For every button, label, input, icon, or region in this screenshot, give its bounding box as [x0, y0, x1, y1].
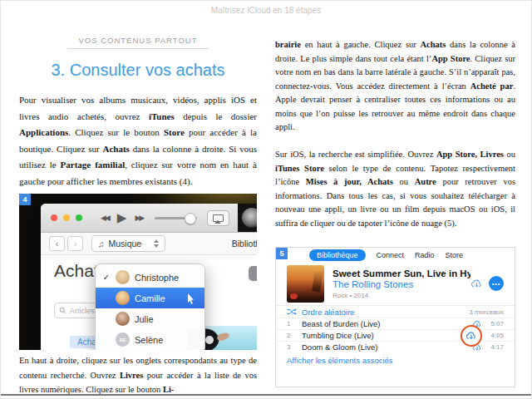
album-header: Sweet Summer Sun, Live in Hy... The Roll… [276, 262, 515, 305]
dropdown-item-camille[interactable]: Camille [96, 288, 204, 308]
avatar: SE [116, 332, 130, 347]
shuffle-icon [287, 308, 297, 316]
paragraph: brairie en haut à gauche. Cliquez sur Ac… [275, 38, 515, 149]
chapter-title: 3. Consulter vos achats [19, 61, 257, 80]
figure-itunes-screenshot: 4 ◀◀ ▶ ▶▶ [19, 194, 257, 350]
banner-shirt [205, 336, 214, 344]
section-kicker: VOS CONTENUS PARTOUT [19, 36, 257, 45]
dropdown-item-label: Camille [135, 293, 165, 303]
album-artwork [287, 265, 324, 303]
dropdown-item-label: Christophe [135, 273, 179, 283]
transport-controls: ◀◀ ▶ ▶▶ [101, 210, 143, 225]
forward-button[interactable]: › [67, 236, 83, 251]
tab-bibliotheque[interactable]: Bibliothèque [309, 249, 366, 261]
avatar [116, 312, 130, 326]
library-tab[interactable]: Bibliothè [232, 239, 257, 249]
track-duration: 4:05 [487, 332, 504, 339]
paragraph: En haut à droite, cliquez sur les onglet… [19, 353, 257, 397]
track-duration: 5:07 [487, 320, 504, 328]
checkmark-icon: ✓ [102, 273, 111, 282]
dropdown-item-selene[interactable]: SE Selène [96, 329, 204, 350]
more-button[interactable]: ••• [489, 276, 504, 291]
airplay-triangle-icon [214, 220, 221, 224]
left-column: VOS CONTENUS PARTOUT 3. Consulter vos ac… [19, 1, 257, 399]
avatar [116, 291, 130, 305]
fast-forward-icon[interactable]: ▶▶ [135, 214, 143, 222]
album-artist-link[interactable]: The Rolling Stones [332, 279, 470, 289]
mouse-cursor-icon [188, 293, 197, 304]
play-icon[interactable]: ▶ [117, 210, 127, 225]
figure-ios-music-screenshot: 5 Bibliothèque Connect Radio Store Sweet… [275, 247, 515, 387]
dropdown-item-julie[interactable]: Julie [96, 308, 204, 329]
media-kind-selector[interactable]: ♫ Musique [91, 235, 165, 252]
annotation-circle [461, 325, 482, 347]
minimize-window-icon[interactable] [63, 214, 70, 221]
store-tabbar: Bibliothèque Connect Radio Store [276, 248, 515, 262]
cloud-download-icon[interactable] [470, 278, 483, 289]
volume-knob[interactable] [185, 213, 196, 224]
window-bottom-edge [1, 394, 531, 396]
track-number: 3 [287, 343, 298, 351]
shuffle-label: Ordre aléatoire [302, 308, 354, 317]
itunes-navbar: ‹ › ♫ Musique Bibliothè [41, 233, 257, 255]
track-count: 3 morceaux [469, 308, 504, 316]
dropdown-item-christophe[interactable]: ✓ Christophe [96, 267, 204, 288]
track-number: 1 [287, 320, 298, 328]
track-row: 2 Tumbling Dice (Live) 4:05 [276, 329, 515, 341]
album-meta: Rock • 2014 [332, 292, 470, 299]
zoom-window-icon[interactable] [76, 214, 82, 221]
stepper-icon [154, 239, 159, 248]
album-info: Sweet Summer Sun, Live in Hy... The Roll… [324, 268, 470, 299]
shuffle-row[interactable]: Ordre aléatoire 3 morceaux [276, 305, 515, 318]
volume-slider[interactable] [155, 217, 197, 219]
account-button[interactable] [249, 266, 257, 281]
itunes-titlebar: ◀◀ ▶ ▶▶ [41, 204, 257, 233]
now-playing-artwork [238, 204, 257, 232]
tab-connect[interactable]: Connect [377, 251, 405, 259]
music-note-icon: ♫ [98, 239, 105, 249]
kicker-divider [67, 48, 209, 49]
album-title: Sweet Summer Sun, Live in Hy... [332, 268, 470, 278]
avatar [116, 270, 130, 284]
track-title: Tumbling Dice (Live) [302, 331, 374, 340]
window-controls [51, 214, 82, 221]
search-icon [59, 307, 66, 314]
paragraph: Pour visualiser vos albums musicaux, vid… [19, 92, 257, 192]
right-column: brairie en haut à gauche. Cliquez sur Ac… [275, 1, 515, 399]
media-kind-label: Musique [109, 239, 142, 249]
dropdown-item-label: Julie [135, 314, 154, 324]
track-number: 2 [287, 332, 298, 339]
related-items-link[interactable]: Afficher les éléments associés [287, 356, 393, 365]
tab-store[interactable]: Store [446, 251, 464, 259]
rewind-icon[interactable]: ◀◀ [101, 214, 109, 222]
cloud-download-icon[interactable] [466, 331, 477, 341]
back-button[interactable]: ‹ [49, 236, 65, 251]
track-duration: 4:17 [487, 343, 504, 351]
tab-radio[interactable]: Radio [415, 251, 435, 259]
figure-badge: 5 [276, 248, 288, 259]
figure-badge: 4 [19, 194, 31, 205]
track-title: Doom & Gloom (Live) [302, 342, 377, 352]
album-actions: ••• [470, 276, 504, 291]
family-member-dropdown: ✓ Christophe Camille Julie SE [95, 264, 205, 350]
paragraph: Sur iOS, la recherche est simplifiée. Ou… [275, 148, 515, 245]
banner-hand [216, 332, 230, 342]
book-page: Maîtrisez iCloud en 18 étapes VOS CONTEN… [0, 0, 532, 399]
track-title: Beast of Burden (Live) [302, 319, 381, 328]
dropdown-item-label: Selène [135, 335, 163, 345]
close-window-icon[interactable] [51, 214, 57, 221]
airplay-button[interactable] [207, 210, 229, 226]
